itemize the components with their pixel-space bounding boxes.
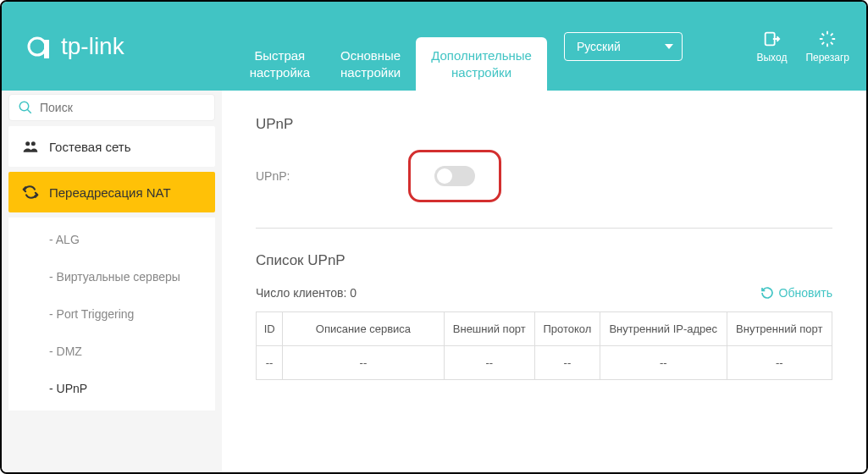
sidebar-item-guest-network[interactable]: Гостевая сеть: [8, 126, 215, 167]
sidebar-item-nat-forwarding[interactable]: Переадресация NAT: [8, 172, 215, 212]
submenu-alg[interactable]: - ALG: [8, 221, 215, 258]
upnp-toggle[interactable]: [434, 166, 475, 186]
logout-icon: [762, 30, 781, 48]
sidebar-item-label: Гостевая сеть: [49, 140, 130, 154]
cell-empty: --: [600, 346, 727, 380]
clients-count: Число клиентов: 0: [256, 286, 357, 300]
reboot-label: Перезагр: [805, 52, 849, 63]
refresh-icon: [760, 286, 774, 300]
section-title-upnp-list: Список UPnP: [256, 252, 832, 269]
svg-point-0: [29, 38, 46, 55]
nat-icon: [22, 184, 39, 201]
svg-point-5: [31, 141, 36, 146]
submenu-nat: - ALG - Виртуальные серверы - Port Trigg…: [8, 218, 215, 411]
upnp-field-row: UPnP:: [256, 150, 832, 202]
brand-name: tp-link: [61, 33, 124, 60]
th-desc: Описание сервиса: [283, 312, 444, 346]
refresh-label: Обновить: [779, 286, 832, 300]
section-title-upnp: UPnP: [256, 116, 832, 133]
svg-point-3: [19, 102, 29, 111]
th-id: ID: [257, 312, 283, 346]
svg-point-4: [25, 141, 30, 146]
th-ext-port: Внешний порт: [444, 312, 534, 346]
layout: Гостевая сеть Переадресация NAT - ALG - …: [2, 91, 866, 472]
header: tp-link Быстрая настройка Основные настр…: [2, 2, 866, 91]
clients-label: Число клиентов:: [256, 286, 346, 300]
clients-row: Число клиентов: 0 Обновить: [256, 286, 832, 300]
search-box[interactable]: [8, 94, 215, 121]
logout-button[interactable]: Выход: [756, 30, 787, 63]
submenu-upnp[interactable]: - UPnP: [8, 370, 215, 407]
users-icon: [22, 138, 39, 155]
th-protocol: Протокол: [534, 312, 600, 346]
main-tabs: Быстрая настройка Основные настройки Доп…: [235, 2, 547, 91]
reboot-icon: [818, 30, 837, 48]
table-row: -- -- -- -- -- --: [257, 346, 832, 380]
svg-rect-1: [44, 40, 49, 58]
cell-empty: --: [257, 346, 283, 380]
language-select[interactable]: Русский: [564, 32, 683, 61]
search-icon: [18, 100, 33, 115]
upnp-toggle-highlight: [408, 150, 501, 202]
cell-empty: --: [727, 346, 832, 380]
th-int-ip: Внутренний IP-адрес: [600, 312, 727, 346]
upnp-label: UPnP:: [256, 169, 408, 183]
tplink-logo-icon: [27, 33, 54, 60]
content: UPnP UPnP: Список UPnP Число клиентов: 0…: [222, 91, 866, 472]
clients-value: 0: [350, 286, 357, 300]
upnp-table: ID Описание сервиса Внешний порт Протоко…: [256, 311, 832, 380]
submenu-virtual-servers[interactable]: - Виртуальные серверы: [8, 258, 215, 295]
tab-basic[interactable]: Основные настройки: [325, 37, 416, 91]
cell-empty: --: [534, 346, 600, 380]
tab-advanced[interactable]: Дополнительные настройки: [416, 37, 547, 91]
logout-label: Выход: [756, 52, 787, 63]
submenu-dmz[interactable]: - DMZ: [8, 333, 215, 370]
divider: [256, 228, 832, 229]
refresh-button[interactable]: Обновить: [760, 286, 832, 300]
tab-quick-setup[interactable]: Быстрая настройка: [235, 37, 325, 91]
search-input[interactable]: [40, 101, 206, 114]
header-actions: Выход Перезагр: [756, 30, 849, 63]
reboot-button[interactable]: Перезагр: [805, 30, 849, 63]
submenu-port-triggering[interactable]: - Port Triggering: [8, 295, 215, 333]
cell-empty: --: [444, 346, 534, 380]
sidebar: Гостевая сеть Переадресация NAT - ALG - …: [2, 91, 222, 472]
cell-empty: --: [283, 346, 444, 380]
language-value: Русский: [577, 40, 621, 53]
brand-logo: tp-link: [27, 33, 124, 60]
table-header-row: ID Описание сервиса Внешний порт Протоко…: [257, 312, 832, 346]
th-int-port: Внутренний порт: [727, 312, 832, 346]
sidebar-item-label: Переадресация NAT: [49, 185, 171, 200]
